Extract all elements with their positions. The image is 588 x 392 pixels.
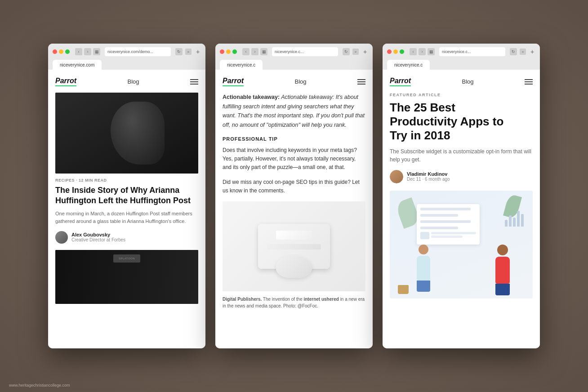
body-text-1: Does that involve including keywords in … — [223, 146, 365, 172]
hamburger-line-6 — [357, 84, 365, 85]
nav-refresh-3[interactable]: ↻ — [510, 48, 517, 55]
action-share-1[interactable]: » — [185, 49, 192, 55]
logo-underline-1 — [55, 85, 76, 86]
section-heading-2: PROFESSIONAL TIP — [223, 136, 365, 142]
hamburger-menu-2[interactable] — [357, 79, 365, 85]
article-title-1: The Inside Story of Why Arianna Huffingt… — [55, 185, 198, 206]
traffic-light-yellow-3[interactable] — [393, 49, 398, 54]
hamburger-line-9 — [525, 84, 533, 85]
nav-back-1[interactable]: ‹ — [75, 48, 82, 55]
avatar-face-3 — [390, 170, 403, 183]
illus-person1-body — [417, 256, 430, 281]
article-category-1: RECIPES · 12 MIN READ — [55, 178, 198, 183]
nav-forward-3[interactable]: › — [419, 48, 426, 55]
nav-forward-2[interactable]: › — [251, 48, 258, 55]
browser-actions-3: » + — [520, 49, 535, 55]
nav-sidebar-3[interactable]: ▦ — [428, 48, 435, 55]
blog-nav-3: Blog — [462, 78, 474, 85]
browser-tab-bar-1: niceverynice.com — [53, 59, 201, 70]
article-excerpt-1: One morning in March, a dozen Huffington… — [55, 210, 198, 226]
illus-thumb — [420, 232, 429, 239]
illus-person1-legs — [417, 281, 430, 292]
address-bar-1[interactable]: niceverynice.com/demo... — [105, 47, 171, 56]
nav-back-3[interactable]: ‹ — [410, 48, 417, 55]
blockquote-label: Actionable takeaway: — [223, 94, 280, 100]
new-tab-btn-2[interactable]: + — [362, 49, 368, 55]
traffic-light-yellow-1[interactable] — [59, 49, 63, 54]
blog-header-3: Parrot Blog — [390, 77, 533, 86]
image-caption-2: Digital Publishers. The invention of the… — [223, 296, 365, 309]
traffic-light-yellow-2[interactable] — [226, 49, 231, 54]
traffic-light-green-1[interactable] — [65, 49, 70, 54]
featured-author-date-3: Dec 11 · 6 month ago — [407, 177, 450, 182]
author-name-1: Alex Goubovsky — [71, 232, 125, 237]
browser-chrome-2: ‹ › ▦ niceverynice.c... ↻ » + niceveryni… — [215, 44, 373, 70]
address-bar-3[interactable]: niceverynice.c... — [439, 47, 505, 56]
illus-screen — [417, 204, 480, 245]
nav-sidebar-1[interactable]: ▦ — [93, 48, 100, 55]
illustration-area-3 — [390, 191, 533, 298]
blockquote-text: Actionable takeaway: Actionable takeaway… — [223, 93, 365, 130]
illus-person2-legs — [495, 284, 510, 295]
browser-tab-3[interactable]: niceverynice.c — [387, 60, 430, 70]
second-image-1: SPLATOON — [55, 250, 198, 304]
new-tab-btn-1[interactable]: + — [195, 49, 201, 55]
traffic-light-red-1[interactable] — [53, 49, 57, 54]
nav-back-2[interactable]: ‹ — [242, 48, 249, 55]
caption-bold: Digital Publishers. — [223, 297, 262, 302]
nav-forward-1[interactable]: › — [84, 48, 91, 55]
new-tab-btn-3[interactable]: + — [529, 49, 535, 55]
action-share-3[interactable]: » — [520, 49, 526, 55]
nav-refresh-1[interactable]: ↻ — [175, 48, 183, 55]
hamburger-line-7 — [525, 79, 533, 80]
logo-underline-2 — [223, 85, 244, 86]
hamburger-line-2 — [190, 81, 198, 82]
hamburger-line-3 — [190, 84, 198, 85]
blog-content-3: Parrot Blog FEATURED ARTICLE The 25 Best… — [383, 70, 540, 348]
browser-tab-2[interactable]: niceverynice.c — [220, 60, 263, 70]
author-role-1: Creative Director at Forbes — [71, 237, 125, 242]
hamburger-line-4 — [357, 79, 365, 80]
blog-nav-1: Blog — [128, 78, 139, 85]
blog-header-1: Parrot Blog — [55, 77, 198, 86]
hamburger-menu-1[interactable] — [190, 79, 198, 85]
traffic-lights-2 — [220, 49, 237, 54]
ps4-controller — [276, 255, 312, 278]
address-bar-2[interactable]: niceverynice.c... — [272, 47, 338, 56]
illus-text-line — [431, 232, 476, 234]
featured-label-3: FEATURED ARTICLE — [390, 93, 533, 97]
author-avatar-1 — [55, 231, 68, 244]
browser-actions-1: » + — [185, 49, 201, 55]
action-share-2[interactable]: » — [352, 49, 359, 55]
traffic-light-red-3[interactable] — [387, 49, 392, 54]
illus-screen-line-1 — [420, 208, 471, 210]
nav-sidebar-2[interactable]: ▦ — [260, 48, 267, 55]
logo-underline-3 — [390, 85, 411, 86]
browser-tab-bar-2: niceverynice.c — [220, 59, 368, 70]
traffic-lights-3 — [387, 49, 404, 54]
illus-bar-4 — [517, 211, 520, 227]
illus-screen-line-4 — [420, 227, 458, 229]
illus-person1 — [412, 245, 435, 290]
illus-bar-3 — [513, 218, 516, 227]
hero-image-1 — [55, 93, 198, 174]
blog-nav-2: Blog — [295, 78, 307, 85]
author-row-1: Alex Goubovsky Creative Director at Forb… — [55, 231, 198, 244]
illus-chart — [505, 209, 524, 227]
hamburger-menu-3[interactable] — [525, 79, 533, 85]
traffic-light-green-3[interactable] — [400, 49, 404, 54]
caption-text: The invention of the — [263, 297, 304, 302]
hamburger-line-1 — [190, 79, 198, 80]
blog-header-2: Parrot Blog — [223, 77, 365, 86]
traffic-light-green-2[interactable] — [232, 49, 237, 54]
browser-tab-1[interactable]: niceverynice.com — [53, 60, 102, 70]
featured-title-line2: Productivity Apps to — [390, 115, 503, 128]
illus-screen-line-2 — [420, 214, 458, 217]
author-info-1: Alex Goubovsky Creative Director at Forb… — [71, 232, 125, 242]
traffic-light-red-2[interactable] — [220, 49, 224, 54]
illus-text-line-2 — [431, 236, 463, 238]
nav-refresh-2[interactable]: ↻ — [343, 48, 350, 55]
featured-author-info-3: Vladimir Kudinov Dec 11 · 6 month ago — [407, 171, 450, 182]
featured-title-3: The 25 Best Productivity Apps to Try in … — [390, 101, 533, 143]
caption-link: internet ushered — [303, 297, 339, 302]
